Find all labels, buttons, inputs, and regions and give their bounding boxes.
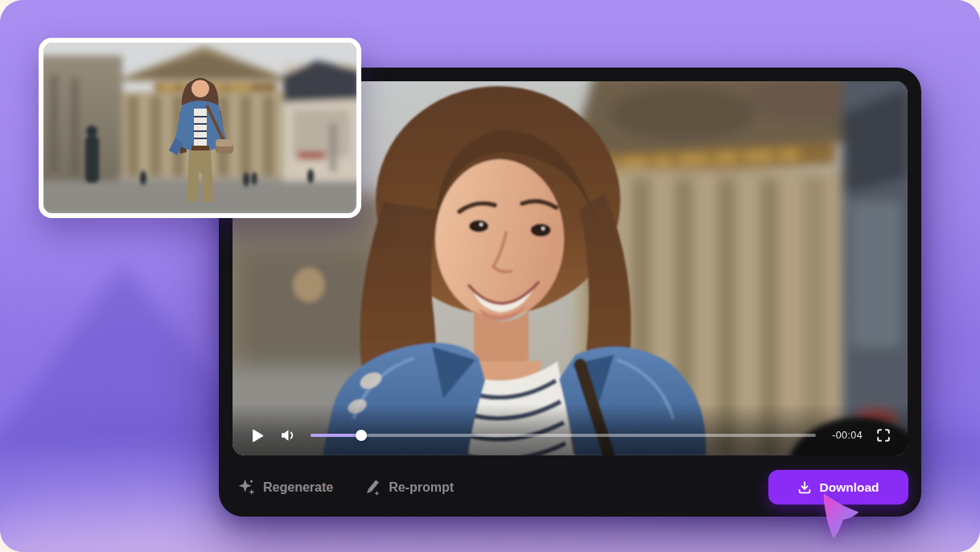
- fullscreen-button[interactable]: [877, 429, 890, 442]
- pen-slash-icon: [364, 479, 381, 496]
- source-photo: [43, 43, 356, 213]
- volume-button[interactable]: [281, 429, 296, 442]
- source-photo-image: [43, 43, 356, 213]
- fullscreen-icon: [877, 429, 890, 442]
- sparkles-icon: [238, 479, 255, 496]
- time-remaining: -00:04: [832, 430, 863, 441]
- progress-bar[interactable]: [311, 434, 816, 437]
- play-button[interactable]: [252, 429, 264, 443]
- reprompt-button[interactable]: Re-prompt: [364, 479, 454, 496]
- download-button[interactable]: Download: [768, 470, 908, 505]
- regenerate-button[interactable]: Regenerate: [238, 479, 333, 496]
- volume-icon: [281, 429, 296, 442]
- stage: -00:04: [0, 0, 980, 552]
- reprompt-label: Re-prompt: [389, 480, 454, 495]
- download-icon: [797, 480, 812, 495]
- action-toolbar: Regenerate Re-prompt Download: [238, 470, 908, 505]
- play-icon: [252, 429, 264, 443]
- progress-handle[interactable]: [356, 430, 367, 441]
- regenerate-label: Regenerate: [263, 480, 333, 495]
- download-label: Download: [819, 480, 879, 495]
- progress-fill: [311, 434, 361, 437]
- source-image-card: [39, 38, 361, 218]
- playback-controls: -00:04: [233, 404, 908, 455]
